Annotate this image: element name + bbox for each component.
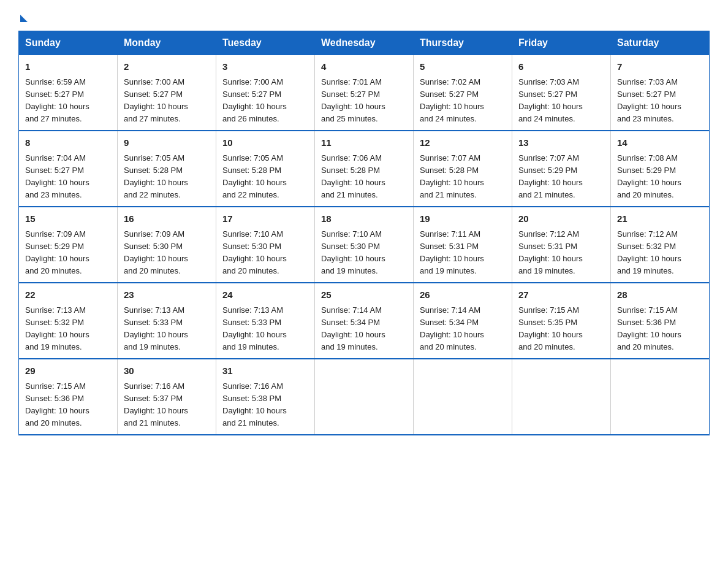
day-info: Sunrise: 7:03 AMSunset: 5:27 PMDaylight:… (518, 77, 583, 123)
day-info: Sunrise: 7:12 AMSunset: 5:31 PMDaylight:… (518, 229, 583, 275)
day-number: 18 (321, 212, 407, 226)
weekday-header-wednesday: Wednesday (315, 31, 414, 55)
weekday-header-sunday: Sunday (19, 31, 118, 55)
day-info: Sunrise: 7:13 AMSunset: 5:33 PMDaylight:… (124, 305, 188, 351)
calendar-cell: 14Sunrise: 7:08 AMSunset: 5:29 PMDayligh… (611, 131, 710, 207)
calendar-cell: 27Sunrise: 7:15 AMSunset: 5:35 PMDayligh… (512, 283, 611, 359)
day-info: Sunrise: 7:09 AMSunset: 5:29 PMDaylight:… (25, 229, 89, 275)
calendar-cell: 2Sunrise: 7:00 AMSunset: 5:27 PMDaylight… (118, 55, 216, 131)
calendar-cell: 30Sunrise: 7:16 AMSunset: 5:37 PMDayligh… (118, 359, 216, 435)
calendar-cell: 31Sunrise: 7:16 AMSunset: 5:38 PMDayligh… (216, 359, 315, 435)
calendar-cell: 1Sunrise: 6:59 AMSunset: 5:27 PMDaylight… (19, 55, 118, 131)
day-number: 16 (124, 212, 210, 226)
day-number: 20 (518, 212, 604, 226)
day-info: Sunrise: 7:04 AMSunset: 5:27 PMDaylight:… (25, 153, 89, 199)
calendar-cell: 29Sunrise: 7:15 AMSunset: 5:36 PMDayligh… (19, 359, 118, 435)
day-info: Sunrise: 7:12 AMSunset: 5:32 PMDaylight:… (617, 229, 681, 275)
day-info: Sunrise: 7:10 AMSunset: 5:30 PMDaylight:… (222, 229, 287, 275)
weekday-header-friday: Friday (512, 31, 611, 55)
day-info: Sunrise: 7:13 AMSunset: 5:32 PMDaylight:… (25, 305, 89, 351)
day-info: Sunrise: 7:16 AMSunset: 5:38 PMDaylight:… (222, 381, 287, 427)
calendar-table: SundayMondayTuesdayWednesdayThursdayFrid… (18, 31, 710, 435)
day-info: Sunrise: 7:07 AMSunset: 5:28 PMDaylight:… (420, 153, 484, 199)
day-number: 6 (518, 60, 604, 74)
calendar-cell: 13Sunrise: 7:07 AMSunset: 5:29 PMDayligh… (512, 131, 611, 207)
day-number: 2 (124, 60, 210, 74)
calendar-week-row: 8Sunrise: 7:04 AMSunset: 5:27 PMDaylight… (19, 131, 710, 207)
calendar-cell (512, 359, 611, 435)
logo (18, 12, 28, 20)
day-number: 29 (25, 364, 111, 378)
day-info: Sunrise: 7:01 AMSunset: 5:27 PMDaylight:… (321, 77, 385, 123)
calendar-cell: 5Sunrise: 7:02 AMSunset: 5:27 PMDaylight… (414, 55, 512, 131)
day-info: Sunrise: 7:07 AMSunset: 5:29 PMDaylight:… (518, 153, 583, 199)
day-number: 12 (420, 136, 506, 150)
calendar-cell (315, 359, 414, 435)
logo-arrow-icon (20, 15, 28, 22)
day-info: Sunrise: 7:06 AMSunset: 5:28 PMDaylight:… (321, 153, 385, 199)
day-info: Sunrise: 7:15 AMSunset: 5:36 PMDaylight:… (617, 305, 681, 351)
calendar-cell: 17Sunrise: 7:10 AMSunset: 5:30 PMDayligh… (216, 207, 315, 283)
day-info: Sunrise: 7:03 AMSunset: 5:27 PMDaylight:… (617, 77, 681, 123)
calendar-week-row: 22Sunrise: 7:13 AMSunset: 5:32 PMDayligh… (19, 283, 710, 359)
day-info: Sunrise: 7:02 AMSunset: 5:27 PMDaylight:… (420, 77, 484, 123)
day-info: Sunrise: 7:05 AMSunset: 5:28 PMDaylight:… (222, 153, 287, 199)
weekday-header-row: SundayMondayTuesdayWednesdayThursdayFrid… (19, 31, 710, 55)
weekday-header-monday: Monday (118, 31, 216, 55)
day-number: 17 (222, 212, 308, 226)
calendar-week-row: 1Sunrise: 6:59 AMSunset: 5:27 PMDaylight… (19, 55, 710, 131)
calendar-cell: 10Sunrise: 7:05 AMSunset: 5:28 PMDayligh… (216, 131, 315, 207)
day-info: Sunrise: 7:15 AMSunset: 5:35 PMDaylight:… (518, 305, 583, 351)
day-info: Sunrise: 7:08 AMSunset: 5:29 PMDaylight:… (617, 153, 681, 199)
day-info: Sunrise: 7:16 AMSunset: 5:37 PMDaylight:… (124, 381, 188, 427)
day-number: 3 (222, 60, 308, 74)
day-number: 10 (222, 136, 308, 150)
calendar-cell: 12Sunrise: 7:07 AMSunset: 5:28 PMDayligh… (414, 131, 512, 207)
day-number: 30 (124, 364, 210, 378)
calendar-cell: 22Sunrise: 7:13 AMSunset: 5:32 PMDayligh… (19, 283, 118, 359)
day-number: 4 (321, 60, 407, 74)
weekday-header-thursday: Thursday (414, 31, 512, 55)
day-info: Sunrise: 7:14 AMSunset: 5:34 PMDaylight:… (321, 305, 385, 351)
day-info: Sunrise: 7:05 AMSunset: 5:28 PMDaylight:… (124, 153, 188, 199)
calendar-cell (414, 359, 512, 435)
day-number: 28 (617, 288, 703, 302)
day-number: 19 (420, 212, 506, 226)
day-info: Sunrise: 7:10 AMSunset: 5:30 PMDaylight:… (321, 229, 385, 275)
calendar-cell: 28Sunrise: 7:15 AMSunset: 5:36 PMDayligh… (611, 283, 710, 359)
weekday-header-saturday: Saturday (611, 31, 710, 55)
day-number: 22 (25, 288, 111, 302)
day-number: 9 (124, 136, 210, 150)
calendar-week-row: 29Sunrise: 7:15 AMSunset: 5:36 PMDayligh… (19, 359, 710, 435)
page-header (18, 12, 710, 20)
calendar-cell: 24Sunrise: 7:13 AMSunset: 5:33 PMDayligh… (216, 283, 315, 359)
calendar-cell: 7Sunrise: 7:03 AMSunset: 5:27 PMDaylight… (611, 55, 710, 131)
calendar-cell: 11Sunrise: 7:06 AMSunset: 5:28 PMDayligh… (315, 131, 414, 207)
calendar-cell: 16Sunrise: 7:09 AMSunset: 5:30 PMDayligh… (118, 207, 216, 283)
day-info: Sunrise: 7:14 AMSunset: 5:34 PMDaylight:… (420, 305, 484, 351)
day-info: Sunrise: 7:13 AMSunset: 5:33 PMDaylight:… (222, 305, 287, 351)
day-info: Sunrise: 6:59 AMSunset: 5:27 PMDaylight:… (25, 77, 89, 123)
day-info: Sunrise: 7:00 AMSunset: 5:27 PMDaylight:… (124, 77, 188, 123)
day-info: Sunrise: 7:00 AMSunset: 5:27 PMDaylight:… (222, 77, 287, 123)
day-number: 5 (420, 60, 506, 74)
day-number: 14 (617, 136, 703, 150)
calendar-cell (611, 359, 710, 435)
weekday-header-tuesday: Tuesday (216, 31, 315, 55)
calendar-cell: 20Sunrise: 7:12 AMSunset: 5:31 PMDayligh… (512, 207, 611, 283)
day-info: Sunrise: 7:09 AMSunset: 5:30 PMDaylight:… (124, 229, 188, 275)
day-number: 13 (518, 136, 604, 150)
calendar-cell: 23Sunrise: 7:13 AMSunset: 5:33 PMDayligh… (118, 283, 216, 359)
day-info: Sunrise: 7:15 AMSunset: 5:36 PMDaylight:… (25, 381, 89, 427)
day-number: 23 (124, 288, 210, 302)
calendar-cell: 26Sunrise: 7:14 AMSunset: 5:34 PMDayligh… (414, 283, 512, 359)
calendar-week-row: 15Sunrise: 7:09 AMSunset: 5:29 PMDayligh… (19, 207, 710, 283)
calendar-cell: 3Sunrise: 7:00 AMSunset: 5:27 PMDaylight… (216, 55, 315, 131)
day-number: 8 (25, 136, 111, 150)
day-number: 1 (25, 60, 111, 74)
calendar-cell: 6Sunrise: 7:03 AMSunset: 5:27 PMDaylight… (512, 55, 611, 131)
calendar-cell: 25Sunrise: 7:14 AMSunset: 5:34 PMDayligh… (315, 283, 414, 359)
day-number: 7 (617, 60, 703, 74)
day-number: 21 (617, 212, 703, 226)
calendar-cell: 19Sunrise: 7:11 AMSunset: 5:31 PMDayligh… (414, 207, 512, 283)
